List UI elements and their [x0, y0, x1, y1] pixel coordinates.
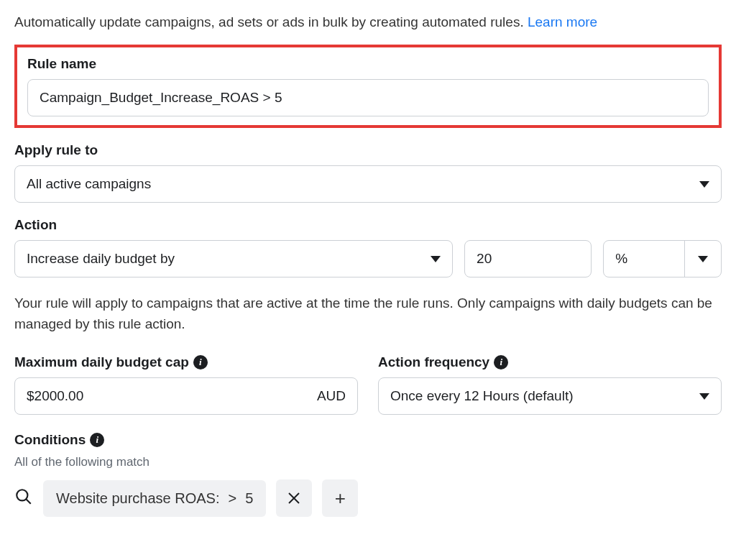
svg-point-0	[17, 490, 27, 500]
learn-more-link[interactable]: Learn more	[528, 14, 597, 29]
action-helper-text: Your rule will apply to campaigns that a…	[14, 293, 722, 334]
action-unit-dropdown[interactable]: %	[603, 240, 722, 277]
frequency-section: Action frequency i Once every 12 Hours (…	[378, 354, 722, 415]
conditions-label: Conditions i	[14, 432, 722, 448]
frequency-label-text: Action frequency	[378, 354, 489, 370]
action-unit-value: %	[604, 241, 685, 277]
conditions-subtext: All of the following match	[14, 455, 722, 469]
remove-condition-button[interactable]	[276, 479, 312, 517]
budget-cap-label-text: Maximum daily budget cap	[14, 354, 189, 370]
budget-cap-label: Maximum daily budget cap i	[14, 354, 358, 370]
apply-rule-to-dropdown[interactable]: All active campaigns	[14, 165, 722, 203]
add-condition-button[interactable]: +	[322, 479, 358, 517]
frequency-dropdown[interactable]: Once every 12 Hours (default)	[378, 377, 722, 415]
condition-chip[interactable]: Website purchase ROAS: > 5	[43, 480, 266, 517]
action-value: Increase daily budget by	[27, 251, 175, 267]
action-section: Action Increase daily budget by %	[14, 217, 722, 277]
search-icon[interactable]	[14, 487, 33, 510]
svg-line-1	[26, 499, 31, 504]
apply-rule-to-value: All active campaigns	[27, 176, 151, 192]
conditions-section: Conditions i All of the following match …	[14, 432, 722, 517]
info-icon[interactable]: i	[193, 355, 208, 369]
action-dropdown[interactable]: Increase daily budget by	[14, 240, 453, 277]
intro-text: Automatically update campaigns, ad sets …	[14, 14, 722, 30]
action-amount-input[interactable]	[464, 240, 592, 277]
intro-description: Automatically update campaigns, ad sets …	[14, 14, 524, 29]
conditions-label-text: Conditions	[14, 432, 86, 448]
info-icon[interactable]: i	[90, 433, 104, 447]
budget-cap-input-wrap: AUD	[14, 377, 358, 415]
budget-cap-input[interactable]	[15, 378, 317, 414]
action-unit-toggle[interactable]	[685, 241, 721, 277]
rule-name-section: Rule name	[14, 45, 722, 128]
frequency-value: Once every 12 Hours (default)	[390, 388, 574, 404]
apply-rule-to-label: Apply rule to	[14, 142, 722, 158]
condition-value: 5	[245, 490, 253, 507]
budget-cap-section: Maximum daily budget cap i AUD	[14, 354, 358, 415]
action-label: Action	[14, 217, 722, 233]
close-icon	[288, 492, 300, 505]
condition-operator: >	[229, 490, 237, 507]
info-icon[interactable]: i	[494, 355, 508, 369]
plus-icon: +	[335, 487, 346, 510]
condition-metric: Website purchase ROAS:	[56, 490, 220, 507]
budget-cap-currency: AUD	[317, 388, 346, 404]
rule-name-label: Rule name	[27, 56, 709, 72]
chevron-down-icon	[698, 256, 708, 262]
frequency-label: Action frequency i	[378, 354, 722, 370]
rule-name-input[interactable]	[27, 79, 709, 116]
chevron-down-icon	[699, 181, 709, 188]
apply-rule-to-section: Apply rule to All active campaigns	[14, 142, 722, 203]
chevron-down-icon	[699, 393, 709, 400]
chevron-down-icon	[431, 256, 441, 262]
